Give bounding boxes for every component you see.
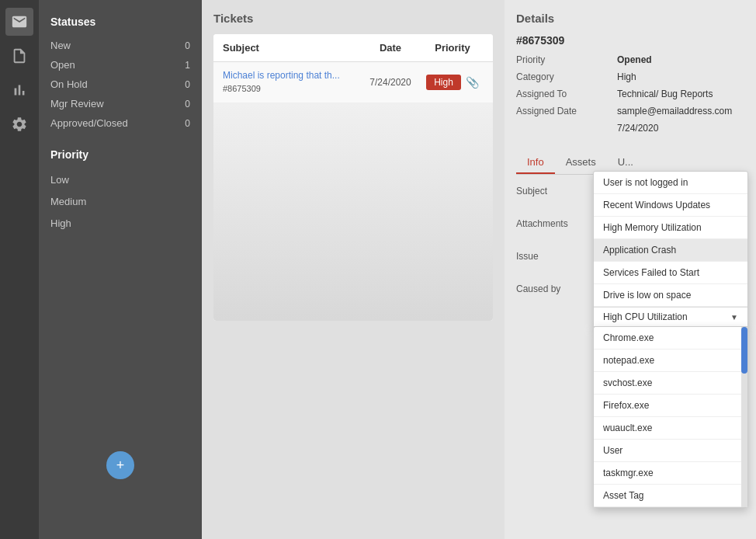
statuses-title: Statuses [50,16,190,28]
sidebar-icon-inbox[interactable] [5,8,33,36]
status-item-approved-closed[interactable]: Approved/Closed 0 [50,113,190,133]
table-row[interactable]: Michael is reporting that th... #8675309… [213,62,493,103]
status-label-approved-closed: Approved/Closed [50,117,128,129]
detail-key-category: Category [516,71,602,82]
priority-title: Priority [50,148,190,161]
header-subject: Subject [223,42,359,54]
header-date: Date [359,42,421,54]
detail-row-priority: Priority [516,54,602,65]
detail-row-assigned-date: Assigned Date [516,106,602,116]
dropdown-item-memory-util[interactable]: High Memory Utilization [594,217,747,239]
form-label-attachments: Attachments [516,215,594,229]
left-panel: Statuses New 0 Open 1 On Hold 0 Mgr Revi… [39,0,202,539]
caused-by-dropdown: Chrome.exe notepad.exe svchost.exe Firef… [593,326,748,508]
add-button[interactable]: + [106,451,134,479]
detail-key-priority: Priority [516,54,602,65]
detail-right-email-value: sample@emailaddress.com [617,106,732,116]
ticket-subject-col: Michael is reporting that th... #8675309 [223,70,359,95]
issue-dropdown: User is not logged in Recent Windows Upd… [593,171,748,327]
ticket-link[interactable]: Michael is reporting that th... [223,70,347,81]
status-item-open[interactable]: Open 1 [50,55,190,75]
caused-by-item-taskmgr[interactable]: taskmgr.exe [594,462,747,485]
caused-by-item-wuauclt[interactable]: wuauclt.exe [594,417,747,440]
ticket-date: 7/24/2020 [359,77,421,88]
sidebar-icon-chart[interactable] [5,76,33,104]
priority-item-low[interactable]: Low [50,169,190,190]
form-label-issue: Issue [516,248,594,262]
status-item-onhold[interactable]: On Hold 0 [50,75,190,94]
detail-right-row-email-val: sample@emailaddress.com [617,106,732,116]
sidebar-icon-document[interactable] [5,42,33,70]
status-label-open: Open [50,59,75,71]
caused-by-item-firefox[interactable]: Firefox.exe [594,395,747,417]
priority-item-high[interactable]: High [50,212,190,234]
detail-row-assigned-to: Assigned To [516,89,602,99]
status-label-mgr-review: Mgr Review [50,98,104,110]
scrollbar-thumb[interactable] [741,327,747,374]
status-count-open: 1 [178,60,190,71]
ticket-id: #8675309 [223,84,261,93]
detail-key-assigned-to: Assigned To [516,89,602,99]
tab-info[interactable]: Info [516,151,555,174]
caused-by-item-asset-tag[interactable]: Asset Tag [594,485,747,507]
detail-right-row-high: High [617,71,732,82]
detail-right-date-value: 7/24/2020 [617,123,658,134]
dropdown-item-windows-updates[interactable]: Recent Windows Updates [594,194,747,217]
detail-right-row-date-val: 7/24/2020 [617,123,732,134]
status-count-approved-closed: 0 [178,118,190,129]
tickets-table: Subject Date Priority Michael is reporti… [213,34,493,321]
status-count-new: 0 [178,40,190,51]
ticket-number: #8675309 [516,34,744,47]
details-left-fields: Priority Category Assigned To Assigned D… [516,54,602,140]
caused-by-item-notepad[interactable]: notepad.exe [594,349,747,372]
detail-right-category-value: Technical/ Bug Reports [617,89,713,99]
status-label-onhold: On Hold [50,78,88,90]
dropdown-item-services-failed[interactable]: Services Failed to Start [594,262,747,284]
form-label-caused-by: Caused by [516,280,594,294]
dropdown-item-not-logged-in[interactable]: User is not logged in [594,172,747,194]
dropdown-select-row[interactable]: High CPU Utilization ▼ [594,307,747,326]
priority-item-medium[interactable]: Medium [50,190,190,212]
tickets-empty-area [213,103,493,321]
detail-right-high-value: High [617,71,636,82]
detail-row-category: Category [516,71,602,82]
dropdown-arrow-icon: ▼ [730,313,738,322]
priority-section: Priority Low Medium High [50,148,190,234]
tickets-table-header: Subject Date Priority [213,34,493,62]
ticket-priority-col: High 📎 [421,75,484,90]
dropdown-item-app-crash[interactable]: Application Crash [594,239,747,262]
priority-badge: High [426,75,461,90]
detail-key-assigned-date: Assigned Date [516,106,602,116]
details-right-fields: Opened High Technical/ Bug Reports sampl… [617,54,732,140]
dropdown-item-low-space[interactable]: Drive is low on space [594,284,747,307]
details-fields-row: Priority Category Assigned To Assigned D… [516,54,744,140]
detail-right-row-opened: Opened [617,54,732,65]
tickets-panel: Tickets Subject Date Priority Michael is… [202,0,505,539]
tickets-panel-title: Tickets [213,12,493,25]
caused-by-item-svchost[interactable]: svchost.exe [594,372,747,395]
detail-right-opened-key: Opened [617,54,652,65]
details-panel: Details #8675309 Priority Category Assig… [505,0,756,539]
status-label-new: New [50,40,71,51]
priority-label-low: Low [50,174,69,186]
status-count-onhold: 0 [178,79,190,90]
dropdown-selected-label: High CPU Utilization [603,311,730,322]
sidebar [0,0,39,539]
status-item-new[interactable]: New 0 [50,36,190,55]
caused-by-item-user[interactable]: User [594,440,747,462]
priority-label-medium: Medium [50,196,86,207]
paperclip-icon: 📎 [466,76,479,89]
form-label-subject: Subject [516,183,594,196]
scrollbar-track [741,327,747,507]
detail-right-row-category-val: Technical/ Bug Reports [617,89,732,99]
header-priority: Priority [421,42,484,54]
caused-by-item-chrome[interactable]: Chrome.exe [594,327,747,349]
priority-label-high: High [50,217,71,229]
sidebar-icon-gear[interactable] [5,110,33,138]
status-item-mgr-review[interactable]: Mgr Review 0 [50,94,190,113]
details-panel-title: Details [516,12,744,25]
status-count-mgr-review: 0 [178,99,190,110]
